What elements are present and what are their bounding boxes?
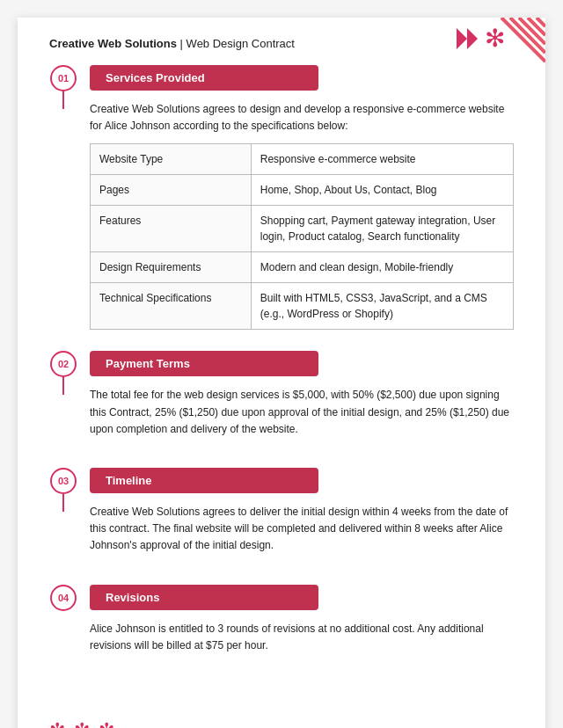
section-04-number: 04 <box>50 585 77 611</box>
section-04-body: Revisions Alice Johnson is entitled to 3… <box>90 585 514 663</box>
section-03-text: Creative Web Solutions agrees to deliver… <box>90 504 514 555</box>
table-cell-value: Home, Shop, About Us, Contact, Blog <box>251 175 513 206</box>
svg-line-3 <box>528 18 545 35</box>
section-04-number-col: 04 <box>49 585 77 611</box>
table-cell-value: Responsive e-commerce website <box>251 144 513 175</box>
section-03-number-col: 03 <box>49 468 77 512</box>
section-01-number-col: 01 <box>49 65 77 109</box>
section-04-text: Alice Johnson is entitled to 3 rounds of… <box>90 621 514 654</box>
section-01-intro: Creative Web Solutions agrees to design … <box>90 101 514 135</box>
section-01: 01 Services Provided Creative Web Soluti… <box>49 65 514 330</box>
section-03-line <box>62 494 64 512</box>
table-cell-label: Pages <box>91 175 252 206</box>
section-03-number: 03 <box>50 468 77 494</box>
section-02-heading: Payment Terms <box>90 351 318 376</box>
header-title: Creative Web Solutions | Web Design Cont… <box>49 37 295 50</box>
table-row: PagesHome, Shop, About Us, Contact, Blog <box>91 175 514 206</box>
section-01-number: 01 <box>50 65 77 91</box>
section-04: 04 Revisions Alice Johnson is entitled t… <box>49 585 514 663</box>
footer-star-1: ✻ <box>49 719 65 728</box>
content: 01 Services Provided Creative Web Soluti… <box>18 65 545 710</box>
section-04-heading: Revisions <box>90 585 318 610</box>
document-title: Web Design Contract <box>186 37 295 50</box>
section-03-body: Timeline Creative Web Solutions agrees t… <box>90 468 514 564</box>
svg-line-4 <box>537 18 545 26</box>
section-02-line <box>62 377 64 395</box>
table-row: Website TypeResponsive e-commerce websit… <box>91 144 514 175</box>
section-03-heading: Timeline <box>90 468 318 493</box>
section-02-body: Payment Terms The total fee for the web … <box>90 351 514 447</box>
table-cell-label: Technical Specifications <box>91 283 252 330</box>
section-02-number: 02 <box>50 351 77 377</box>
corner-decoration <box>449 18 545 70</box>
section-02-number-col: 02 <box>49 351 77 395</box>
section-03: 03 Timeline Creative Web Solutions agree… <box>49 468 514 564</box>
section-01-body: Services Provided Creative Web Solutions… <box>90 65 514 330</box>
footer-star-3: ✻ <box>99 719 114 728</box>
section-01-line <box>62 91 64 109</box>
section-02: 02 Payment Terms The total fee for the w… <box>49 351 514 447</box>
table-row: Technical SpecificationsBuilt with HTML5… <box>91 283 514 330</box>
company-name: Creative Web Solutions <box>49 37 177 50</box>
table-row: Design RequirementsModern and clean desi… <box>91 252 514 283</box>
footer-area: ✻ ✻ ✻ <box>18 710 545 728</box>
section-02-text: The total fee for the web design service… <box>90 387 514 438</box>
table-row: FeaturesShopping cart, Payment gateway i… <box>91 206 514 252</box>
page: Creative Web Solutions | Web Design Cont… <box>18 18 545 728</box>
table-cell-value: Built with HTML5, CSS3, JavaScript, and … <box>251 283 513 330</box>
document-separator: | <box>180 37 186 50</box>
section-01-heading: Services Provided <box>90 65 318 91</box>
table-cell-label: Features <box>91 206 252 252</box>
table-cell-label: Design Requirements <box>91 252 252 283</box>
table-cell-value: Shopping cart, Payment gateway integrati… <box>251 206 513 252</box>
table-cell-value: Modern and clean design, Mobile-friendly <box>251 252 513 283</box>
services-table: Website TypeResponsive e-commerce websit… <box>90 143 514 330</box>
footer-stars: ✻ ✻ ✻ <box>49 719 114 728</box>
table-cell-label: Website Type <box>91 144 252 175</box>
footer-star-2: ✻ <box>74 719 90 728</box>
